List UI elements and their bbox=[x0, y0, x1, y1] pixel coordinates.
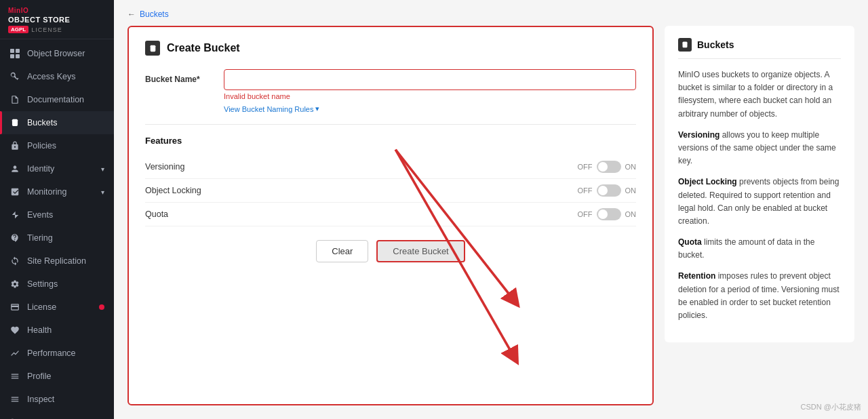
sidebar-item-inspect[interactable]: Inspect bbox=[0, 388, 114, 411]
create-bucket-panel: Create Bucket Bucket Name* Invalid bucke… bbox=[127, 26, 654, 405]
sidebar-item-monitoring[interactable]: Monitoring ▾ bbox=[0, 180, 114, 203]
info-retention-text: Retention imposes rules to prevent objec… bbox=[678, 270, 841, 322]
clear-button[interactable]: Clear bbox=[316, 240, 368, 262]
info-versioning-text: Versioning allows you to keep multiple v… bbox=[678, 129, 841, 168]
identity-icon bbox=[9, 163, 20, 174]
sidebar-item-performance[interactable]: Performance bbox=[0, 342, 114, 365]
sidebar-item-site-replication-label: Site Replication bbox=[27, 256, 86, 266]
site-replication-icon bbox=[9, 256, 20, 266]
logo-product: OBJECT STORE bbox=[8, 16, 106, 24]
info-quota-text: Quota limits the amount of data in the b… bbox=[678, 236, 841, 262]
panel-title: Create Bucket bbox=[145, 41, 636, 56]
versioning-on-label: ON bbox=[625, 163, 637, 171]
quota-toggle-container: OFF ON bbox=[578, 208, 637, 220]
breadcrumb-buckets-link[interactable]: Buckets bbox=[140, 9, 169, 19]
object-locking-on-label: ON bbox=[625, 186, 637, 195]
sidebar-item-inspect-label: Inspect bbox=[27, 395, 54, 404]
feature-quota-name: Quota bbox=[145, 210, 578, 219]
info-panel: Buckets MinIO uses buckets to organize o… bbox=[665, 26, 854, 342]
bucket-name-error: Invalid bucket name bbox=[224, 92, 636, 100]
panel-title-text: Create Bucket bbox=[167, 42, 240, 54]
sidebar-item-license[interactable]: License bbox=[0, 296, 114, 319]
main-content: ← Buckets Create Bucket Bucket Name* Inv… bbox=[114, 0, 868, 419]
quota-off-label: OFF bbox=[578, 210, 593, 218]
feature-quota-row: Quota OFF ON bbox=[145, 203, 636, 226]
sidebar-item-policies[interactable]: Policies bbox=[0, 134, 114, 157]
chevron-down-icon-3: ▾ bbox=[315, 104, 319, 113]
svg-rect-3 bbox=[16, 54, 20, 58]
breadcrumb: ← Buckets bbox=[114, 0, 868, 26]
license-badge bbox=[99, 304, 104, 310]
info-quota-bold: Quota bbox=[678, 237, 702, 247]
create-bucket-button[interactable]: Create Bucket bbox=[376, 240, 465, 262]
sidebar-item-buckets-label: Buckets bbox=[27, 118, 57, 127]
object-locking-toggle[interactable] bbox=[597, 184, 621, 197]
logo-badge: AGPL bbox=[8, 26, 28, 33]
sidebar-item-tiering[interactable]: Tiering bbox=[0, 226, 114, 250]
versioning-off-label: OFF bbox=[578, 163, 593, 171]
events-icon bbox=[9, 210, 20, 220]
bucket-name-input[interactable] bbox=[224, 69, 636, 90]
info-panel-title-text: Buckets bbox=[697, 39, 734, 50]
naming-rules-link[interactable]: View Bucket Naming Rules ▾ bbox=[224, 104, 636, 113]
doc-icon bbox=[9, 94, 20, 105]
svg-rect-0 bbox=[10, 49, 14, 53]
page-content: Create Bucket Bucket Name* Invalid bucke… bbox=[114, 26, 868, 419]
sidebar-item-events-label: Events bbox=[27, 210, 53, 220]
object-locking-off-label: OFF bbox=[578, 186, 593, 195]
feature-versioning-row: Versioning OFF ON bbox=[145, 155, 636, 179]
sidebar-item-call-home[interactable]: Call Home bbox=[0, 411, 114, 419]
sidebar-item-access-keys-label: Access Keys bbox=[27, 72, 76, 81]
sidebar-item-policies-label: Policies bbox=[27, 141, 56, 151]
logo-minio: MinIO bbox=[8, 7, 28, 14]
profile-icon bbox=[9, 371, 20, 382]
info-object-locking-bold: Object Locking bbox=[678, 177, 737, 186]
versioning-toggle[interactable] bbox=[597, 161, 621, 173]
sidebar-item-tiering-label: Tiering bbox=[27, 233, 53, 243]
features-title: Features bbox=[145, 136, 636, 146]
info-object-locking-text: Object Locking prevents objects from bei… bbox=[678, 176, 841, 228]
sidebar-item-identity-label: Identity bbox=[27, 164, 54, 174]
settings-icon bbox=[9, 279, 20, 290]
sidebar-item-events[interactable]: Events bbox=[0, 203, 114, 226]
grid-icon bbox=[9, 48, 20, 59]
sidebar-item-buckets[interactable]: Buckets bbox=[0, 111, 114, 134]
logo: MinIO OBJECT STORE AGPL LICENSE bbox=[0, 0, 114, 39]
sidebar-item-health[interactable]: Health bbox=[0, 319, 114, 342]
sidebar-nav: Object Browser Access Keys Documentation… bbox=[0, 39, 114, 419]
sidebar-item-profile-label: Profile bbox=[27, 372, 51, 381]
sidebar-item-license-label: License bbox=[27, 302, 56, 312]
sidebar-item-object-browser-label: Object Browser bbox=[27, 49, 85, 58]
sidebar-item-settings[interactable]: Settings bbox=[0, 273, 114, 296]
key-icon bbox=[9, 71, 20, 82]
sidebar-item-site-replication[interactable]: Site Replication bbox=[0, 250, 114, 273]
info-panel-title: Buckets bbox=[678, 38, 841, 59]
quota-toggle[interactable] bbox=[597, 208, 621, 220]
logo-license: LICENSE bbox=[31, 26, 62, 33]
object-locking-toggle-container: OFF ON bbox=[578, 184, 637, 197]
sidebar-item-identity[interactable]: Identity ▾ bbox=[0, 157, 114, 180]
sidebar-item-monitoring-label: Monitoring bbox=[27, 187, 66, 197]
performance-icon bbox=[9, 348, 20, 359]
feature-object-locking-row: Object Locking OFF ON bbox=[145, 179, 636, 203]
bucket-icon bbox=[9, 117, 20, 128]
sidebar-item-documentation[interactable]: Documentation bbox=[0, 88, 114, 111]
tiering-icon bbox=[9, 233, 20, 243]
sidebar-item-access-keys[interactable]: Access Keys bbox=[0, 65, 114, 88]
sidebar-item-documentation-label: Documentation bbox=[27, 95, 84, 104]
section-divider bbox=[145, 124, 636, 125]
svg-rect-2 bbox=[10, 54, 14, 58]
bucket-name-row: Bucket Name* Invalid bucket name View Bu… bbox=[145, 69, 636, 113]
bucket-title-icon bbox=[145, 41, 160, 56]
quota-on-label: ON bbox=[625, 210, 637, 218]
lock-icon bbox=[9, 140, 20, 151]
feature-versioning-name: Versioning bbox=[145, 162, 578, 172]
sidebar-item-settings-label: Settings bbox=[27, 279, 58, 289]
sidebar-item-object-browser[interactable]: Object Browser bbox=[0, 42, 114, 65]
license-icon bbox=[9, 302, 20, 313]
info-bucket-icon bbox=[678, 38, 692, 52]
sidebar-item-profile[interactable]: Profile bbox=[0, 365, 114, 388]
info-intro-text: MinIO uses buckets to organize objects. … bbox=[678, 68, 841, 121]
back-arrow-icon[interactable]: ← bbox=[127, 9, 136, 19]
info-versioning-bold: Versioning bbox=[678, 130, 719, 140]
